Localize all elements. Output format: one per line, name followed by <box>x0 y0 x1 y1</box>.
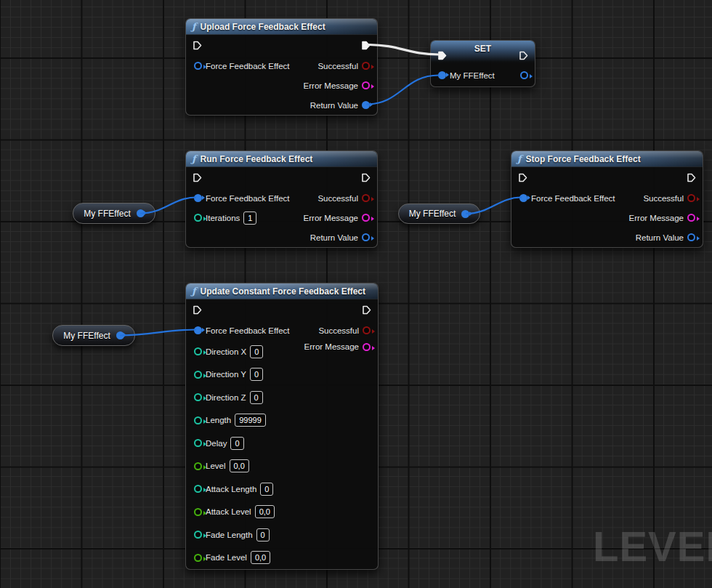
attack-level-value-input[interactable]: 0,0 <box>255 505 275 518</box>
object-pin[interactable] <box>362 101 370 109</box>
exec-in-pin-icon[interactable] <box>437 51 447 60</box>
pin-label: Fade Level <box>206 553 247 562</box>
object-pin[interactable] <box>116 331 124 339</box>
pin-label: Error Message <box>629 214 684 222</box>
object-pin[interactable] <box>687 233 695 241</box>
pin-label: Length <box>206 416 231 424</box>
node-run-force-feedback-effect[interactable]: ƒ Run Force Feedback Effect Force Feedba… <box>185 150 378 248</box>
pin-label: My FFEffect <box>450 71 495 80</box>
pin-label: Direction Y <box>206 370 246 379</box>
function-icon: ƒ <box>192 22 196 31</box>
float-pin[interactable] <box>194 508 202 516</box>
delay-value-input[interactable]: 0 <box>230 437 243 450</box>
node-title: Update Constant Force Feedback Effect <box>201 286 365 297</box>
exec-out-pin-icon[interactable] <box>687 173 696 182</box>
string-pin[interactable] <box>362 214 370 222</box>
variable-label: My FFEffect <box>409 209 456 219</box>
node-header: ƒ Update Constant Force Feedback Effect <box>186 283 378 299</box>
int-pin[interactable] <box>194 531 202 539</box>
exec-out-pin-icon[interactable] <box>361 173 371 182</box>
pin-label: Force Feedback Effect <box>531 194 615 203</box>
direction-x-value-input[interactable]: 0 <box>250 345 263 358</box>
pin-label: Delay <box>206 439 227 448</box>
object-pin[interactable] <box>520 71 528 79</box>
function-icon: ƒ <box>192 154 196 164</box>
exec-in-pin-icon[interactable] <box>518 173 527 182</box>
object-pin[interactable] <box>438 71 446 79</box>
function-icon: ƒ <box>517 154 522 164</box>
pin-label: Error Message <box>304 214 358 222</box>
variable-label: My FFEffect <box>84 209 130 219</box>
bool-pin[interactable] <box>687 194 695 202</box>
fade-level-value-input[interactable]: 0,0 <box>251 551 270 564</box>
node-title: Upload Force Feedback Effect <box>201 22 325 32</box>
node-header: ƒ Run Force Feedback Effect <box>186 151 377 167</box>
string-pin[interactable] <box>363 343 371 351</box>
object-pin[interactable] <box>194 62 202 70</box>
exec-out-pin-icon[interactable] <box>361 41 371 50</box>
bool-pin[interactable] <box>363 326 371 334</box>
int-pin[interactable] <box>194 214 202 222</box>
int-pin[interactable] <box>194 485 202 493</box>
node-set-my-ffeffect[interactable]: SET My FFEffect <box>430 40 535 87</box>
direction-z-value-input[interactable]: 0 <box>250 391 263 404</box>
node-stop-force-feedback-effect[interactable]: ƒ Stop Force Feedback Effect Force Feedb… <box>511 150 703 248</box>
exec-in-pin-icon[interactable] <box>193 173 202 182</box>
int-pin[interactable] <box>194 393 202 401</box>
graph-watermark: LEVEL <box>593 522 712 571</box>
node-upload-force-feedback-effect[interactable]: ƒ Upload Force Feedback Effect Force Fee… <box>185 18 378 116</box>
exec-out-pin-icon[interactable] <box>519 51 528 60</box>
exec-in-pin-icon[interactable] <box>193 41 202 50</box>
float-pin[interactable] <box>194 554 202 562</box>
length-value-input[interactable]: 99999 <box>235 414 266 427</box>
pin-label: Error Message <box>304 81 358 90</box>
pin-label: Return Value <box>310 101 358 110</box>
node-getter-my-ffeffect-3[interactable]: My FFEffect <box>52 325 135 346</box>
float-pin[interactable] <box>194 462 202 470</box>
pin-label: Successful <box>318 326 359 335</box>
object-pin[interactable] <box>194 194 202 202</box>
pin-label: Return Value <box>310 233 358 242</box>
object-pin[interactable] <box>519 194 527 202</box>
exec-in-pin-icon[interactable] <box>193 305 202 315</box>
object-pin[interactable] <box>137 209 145 217</box>
string-pin[interactable] <box>362 81 370 89</box>
level-value-input[interactable]: 0,0 <box>230 459 249 472</box>
object-pin[interactable] <box>362 233 370 241</box>
pin-label: Fade Length <box>206 531 253 539</box>
pin-label: Force Feedback Effect <box>206 62 289 71</box>
int-pin[interactable] <box>194 416 202 424</box>
pin-label: Level <box>206 462 226 470</box>
object-pin[interactable] <box>461 210 469 218</box>
fade-length-value-input[interactable]: 0 <box>256 528 270 541</box>
node-getter-my-ffeffect-1[interactable]: My FFEffect <box>73 203 155 224</box>
node-header: ƒ Upload Force Feedback Effect <box>186 19 377 35</box>
blueprint-graph-canvas[interactable]: LEVEL ƒ Upload Force Feedback Effect For… <box>0 0 712 588</box>
exec-out-pin-icon[interactable] <box>362 305 371 315</box>
pin-label: Attack Level <box>206 507 251 516</box>
pin-label: Direction Z <box>206 393 246 402</box>
pin-label: Successful <box>643 194 684 203</box>
int-pin[interactable] <box>194 347 202 355</box>
pin-label: Direction X <box>206 347 246 356</box>
bool-pin[interactable] <box>362 194 370 202</box>
pin-label: Successful <box>317 194 358 203</box>
node-getter-my-ffeffect-2[interactable]: My FFEffect <box>398 204 480 224</box>
pin-label: Error Message <box>304 342 359 351</box>
pin-label: Attack Length <box>206 485 256 494</box>
int-pin[interactable] <box>194 371 202 379</box>
bool-pin[interactable] <box>362 62 370 70</box>
node-title: Stop Force Feedback Effect <box>526 154 641 164</box>
node-title: Run Force Feedback Effect <box>201 154 313 164</box>
iterations-value-input[interactable]: 1 <box>243 212 256 225</box>
node-update-constant-force-feedback-effect[interactable]: ƒ Update Constant Force Feedback Effect … <box>185 283 379 570</box>
function-icon: ƒ <box>192 286 196 296</box>
pin-label: Force Feedback Effect <box>206 194 289 203</box>
node-header: ƒ Stop Force Feedback Effect <box>511 151 703 167</box>
object-pin[interactable] <box>194 326 202 334</box>
pin-label: Return Value <box>636 233 684 242</box>
direction-y-value-input[interactable]: 0 <box>250 368 263 381</box>
int-pin[interactable] <box>194 439 202 447</box>
string-pin[interactable] <box>687 214 695 222</box>
attack-length-value-input[interactable]: 0 <box>260 483 273 496</box>
